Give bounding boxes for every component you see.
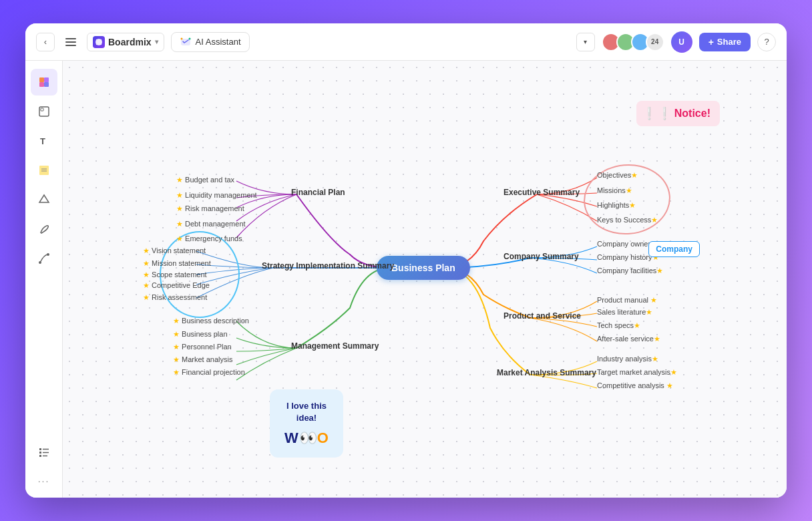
leaf-highlights: Highlights★ (597, 201, 636, 210)
share-icon: + (708, 37, 714, 47)
avatar-count: 24 (646, 33, 664, 51)
leaf-scope: ★ Scope statement (143, 271, 207, 279)
sidebar-tool-paint[interactable] (31, 69, 57, 96)
canvas-area[interactable]: Business Plan Financial Plan Strategy Im… (63, 61, 787, 498)
leaf-emergency: ★ Emergency funds (176, 234, 242, 243)
leaf-competitive: ★ Competitive Edge (143, 281, 210, 290)
more-tools-button[interactable]: ... (31, 468, 57, 490)
branch-executive[interactable]: Executive Summary (503, 188, 580, 197)
main-area: T (25, 61, 787, 498)
svg-rect-8 (41, 108, 43, 111)
connector-icon (37, 252, 51, 265)
shape-icon (37, 193, 51, 206)
svg-point-2 (188, 37, 190, 39)
sidebar: T (25, 61, 63, 498)
sidebar-tool-pen[interactable] (31, 216, 57, 242)
svg-point-15 (47, 253, 49, 256)
sidebar-tool-text[interactable]: T (31, 128, 57, 154)
svg-text:T: T (40, 136, 45, 146)
frame-icon (37, 105, 51, 118)
leaf-objectives: Objectives★ (597, 171, 638, 180)
avatars-group: 24 (602, 33, 664, 51)
leaf-liquidity: ★ Liquidity management (176, 191, 257, 200)
branch-company[interactable]: Company Summary (503, 252, 579, 261)
leaf-keys: Keys to Success★ (597, 216, 658, 224)
back-button[interactable]: ‹ (36, 33, 55, 51)
leaf-facilities: Company facilities★ (597, 267, 663, 275)
notice-icons: ❕ ❕ (642, 106, 672, 121)
leaf-tech: Tech specs★ (597, 321, 640, 330)
company-label[interactable]: Company (648, 241, 700, 257)
ai-icon (180, 36, 192, 48)
leaf-personnel: ★ Personnel Plan (173, 343, 232, 351)
svg-point-1 (180, 37, 182, 39)
branch-product[interactable]: Product and Service (503, 311, 581, 321)
leaf-product-manual: Product manual ★ (597, 296, 657, 305)
app-window: ‹ Boardmix ▾ (25, 23, 787, 498)
sidebar-tool-frame[interactable] (31, 98, 57, 125)
share-button[interactable]: + Share (699, 33, 751, 51)
branch-financial-plan[interactable]: Financial Plan (291, 188, 345, 197)
ai-assistant-button[interactable]: AI Assistant (171, 32, 250, 52)
leaf-mission: ★ Mission statement (143, 259, 211, 268)
share-label: Share (717, 37, 741, 47)
svg-rect-16 (39, 448, 41, 450)
love-text: I love this idea! (283, 400, 330, 424)
sidebar-tool-sticky[interactable] (31, 157, 57, 184)
help-button[interactable]: ? (757, 33, 776, 51)
branch-strategy[interactable]: Strategy Implementation Summary (262, 261, 394, 271)
header-left: ‹ Boardmix ▾ (36, 32, 568, 52)
leaf-target: Target market analysis★ (597, 368, 677, 377)
header-right: ▾ 24 U + Share ? (576, 31, 776, 53)
leaf-missions: Missions★ (597, 186, 632, 195)
leaf-industry: Industry analysis★ (597, 355, 658, 363)
notice-sticker[interactable]: ❕ ❕ Notice! (636, 101, 720, 126)
svg-rect-3 (39, 77, 44, 82)
branch-market[interactable]: Market Analysis Summary (497, 368, 596, 377)
dropdown-button[interactable]: ▾ (576, 33, 595, 51)
leaf-risk-mgmt: ★ Risk management (176, 204, 244, 213)
sidebar-tool-connector[interactable] (31, 245, 57, 272)
svg-marker-13 (39, 195, 49, 202)
pen-icon (37, 222, 51, 236)
leaf-competitive-anal: Competitive analysis ★ (597, 381, 673, 390)
branch-management[interactable]: Management Summary (291, 341, 379, 351)
user-avatar[interactable]: U (671, 31, 692, 53)
sticky-icon (37, 164, 51, 177)
leaf-biz-plan: ★ Business plan (173, 330, 228, 339)
header: ‹ Boardmix ▾ (25, 23, 787, 61)
boardmix-logo-icon (93, 36, 105, 48)
paint-icon (37, 75, 51, 89)
leaf-vision: ★ Vision statement (143, 246, 206, 255)
leaf-risk-assess: ★ Risk assessment (143, 293, 207, 302)
svg-rect-4 (44, 77, 49, 82)
leaf-market-anal: ★ Market analysis (173, 355, 232, 364)
text-icon: T (37, 134, 51, 148)
boardmix-label: Boardmix (108, 37, 152, 47)
leaf-budget: ★ Budget and tax (176, 176, 234, 184)
boardmix-logo[interactable]: Boardmix ▾ (87, 33, 164, 51)
boardmix-chevron: ▾ (155, 38, 158, 45)
notice-text: Notice! (674, 108, 710, 120)
leaf-debt: ★ Debt management (176, 220, 246, 228)
leaf-sales: Sales literature★ (597, 308, 652, 317)
sidebar-tool-list[interactable] (31, 439, 57, 466)
list-icon (37, 446, 51, 459)
svg-rect-17 (39, 452, 41, 454)
love-emoji: W👀O (283, 429, 330, 447)
leaf-biz-desc: ★ Business description (173, 317, 249, 325)
svg-rect-6 (44, 82, 49, 87)
svg-rect-10 (39, 166, 49, 175)
menu-button[interactable] (61, 33, 80, 51)
leaf-financial-proj: ★ Financial projection (173, 368, 245, 377)
sidebar-tool-shape[interactable] (31, 186, 57, 213)
svg-rect-18 (39, 455, 41, 457)
leaf-aftersale: After-sale service★ (597, 335, 660, 343)
svg-rect-5 (39, 82, 44, 87)
ai-assistant-label: AI Assistant (196, 37, 241, 47)
svg-point-14 (39, 261, 41, 264)
love-sticker[interactable]: I love this idea! W👀O (270, 389, 343, 458)
